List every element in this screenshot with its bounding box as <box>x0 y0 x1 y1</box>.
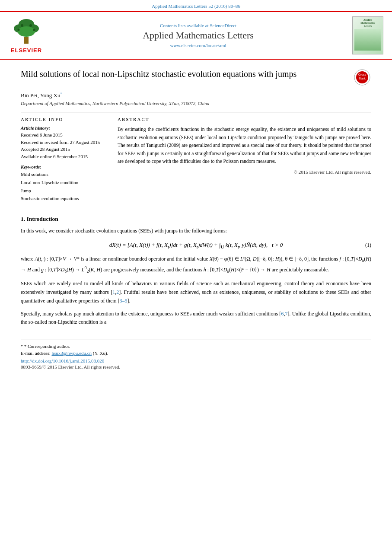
corresponding-marker: * <box>60 92 62 96</box>
doi-line[interactable]: http://dx.doi.org/10.1016/j.aml.2015.08.… <box>21 358 371 363</box>
elsevier-logo: ELSEVIER <box>7 18 46 54</box>
section-1-para2: where A(t,·) : [0,T]×V → V* is a linear … <box>21 255 371 275</box>
page-wrapper: Applied Mathematics Letters 52 (2016) 80… <box>0 0 392 535</box>
journal-header: ELSEVIER Contents lists available at Sci… <box>0 11 392 60</box>
abstract-copyright: © 2015 Elsevier Ltd. All rights reserved… <box>118 169 371 175</box>
revised-date: Received in revised form 27 August 2015 <box>21 139 107 146</box>
email-label: E-mail address: <box>21 350 51 356</box>
keywords-list: Mild solutions Local non-Lipschitz condi… <box>21 170 107 203</box>
history-block: Article history: Received 6 June 2015 Re… <box>21 125 107 160</box>
keyword-1: Mild solutions <box>21 170 107 178</box>
section-1-heading: 1. Introduction <box>21 216 371 223</box>
section-1-para4: Specially, many scholars pay much attent… <box>21 310 371 327</box>
journal-header-center: Contents lists available at ScienceDirec… <box>51 23 345 48</box>
author-names: Bin Pei, Yong Xu <box>21 92 60 99</box>
received-date: Received 6 June 2015 <box>21 131 107 139</box>
corresponding-author-label: * Corresponding author. <box>24 344 70 349</box>
email-footnote: E-mail address: hsux3@nwpu.edu.cn (Y. Xu… <box>21 350 371 356</box>
journal-url[interactable]: www.elsevier.com/locate/aml <box>51 43 345 48</box>
ref-3-5-link[interactable]: 3–5 <box>120 298 127 304</box>
history-label: Article history: <box>21 125 107 131</box>
journal-reference-link[interactable]: Applied Mathematics Letters 52 (2016) 80… <box>152 3 240 9</box>
svg-point-8 <box>33 29 35 31</box>
footnote-star: * <box>21 344 23 349</box>
cover-body-image <box>354 29 381 51</box>
contents-label: Contents lists available at <box>160 23 209 28</box>
journal-cover-thumbnail: AppliedMathematicsLetters <box>351 16 385 54</box>
section-1: 1. Introduction In this work, we conside… <box>21 216 371 327</box>
equation-1-number: (1) <box>365 242 371 248</box>
article-info-abstract-columns: ARTICLE INFO Article history: Received 6… <box>21 117 371 207</box>
ref-7-link[interactable]: 7 <box>285 311 287 317</box>
abstract-text: By estimating the coefficients functions… <box>118 125 371 165</box>
keyword-4: Stochastic evolution equations <box>21 194 107 203</box>
svg-point-4 <box>18 26 35 37</box>
header-divider <box>21 112 371 112</box>
article-title-section: Mild solutions of local non-Lipschitz st… <box>21 68 371 86</box>
footer-copyright: 0893-9659/© 2015 Elsevier Ltd. All right… <box>21 364 371 369</box>
journal-title: Applied Mathematics Letters <box>51 30 345 41</box>
contents-available-line: Contents lists available at ScienceDirec… <box>51 23 345 28</box>
ref-2-link[interactable]: 2 <box>116 289 119 295</box>
svg-rect-0 <box>24 37 29 44</box>
crossmark-icon: Cross Mark <box>354 69 370 86</box>
svg-point-7 <box>18 29 20 31</box>
article-info-heading: ARTICLE INFO <box>21 117 107 122</box>
cover-title-text: AppliedMathematicsLetters <box>360 19 375 28</box>
ref-6-link[interactable]: 6 <box>281 311 284 317</box>
svg-text:Mark: Mark <box>359 77 366 80</box>
equation-1-content: dX(t) = [A(t, X(t)) + f(t, Xt)]dt + g(t,… <box>109 242 283 249</box>
cover-image: AppliedMathematicsLetters <box>352 16 383 54</box>
available-date: Available online 6 September 2015 <box>21 153 107 160</box>
elsevier-wordmark: ELSEVIER <box>11 47 42 54</box>
ref-1-link[interactable]: 1 <box>112 289 115 295</box>
accepted-date: Accepted 28 August 2015 <box>21 146 107 153</box>
keywords-block: Keywords: Mild solutions Local non-Lipsc… <box>21 164 107 203</box>
svg-point-6 <box>29 24 32 27</box>
email-suffix: (Y. Xu). <box>93 350 108 356</box>
section-1-para3: SEEs which are widely used to model all … <box>21 280 371 305</box>
elsevier-tree-icon <box>9 18 44 46</box>
equation-1: dX(t) = [A(t, X(t)) + f(t, Xt)]dt + g(t,… <box>21 242 371 249</box>
keyword-2: Local non-Lipschitz condition <box>21 178 107 187</box>
authors-line: Bin Pei, Yong Xu* <box>21 92 371 99</box>
article-info-column: ARTICLE INFO Article history: Received 6… <box>21 117 107 207</box>
abstract-heading: ABSTRACT <box>118 117 371 122</box>
email-link[interactable]: hsux3@nwpu.edu.cn <box>51 350 92 356</box>
svg-point-5 <box>21 24 23 27</box>
keyword-3: Jump <box>21 187 107 195</box>
corresponding-author-footnote: * * Corresponding author. <box>21 344 371 349</box>
abstract-column: ABSTRACT By estimating the coefficients … <box>118 117 371 207</box>
keywords-label: Keywords: <box>21 164 107 169</box>
article-title: Mild solutions of local non-Lipschitz st… <box>21 68 348 80</box>
crossmark-badge[interactable]: Cross Mark <box>353 68 371 86</box>
svg-text:Cross: Cross <box>358 73 367 76</box>
footer: * * Corresponding author. E-mail address… <box>21 340 371 369</box>
main-content: Mild solutions of local non-Lipschitz st… <box>0 60 392 378</box>
affiliation-line: Department of Applied Mathematics, North… <box>21 101 371 106</box>
journal-reference-bar: Applied Mathematics Letters 52 (2016) 80… <box>0 0 392 11</box>
section-1-para1: In this work, we consider stochastic evo… <box>21 227 371 236</box>
sciencedirect-link[interactable]: ScienceDirect <box>210 23 236 28</box>
